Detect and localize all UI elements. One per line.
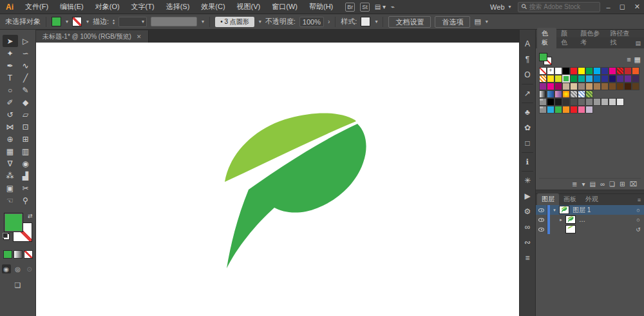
swatch[interactable] xyxy=(578,83,585,90)
swatch[interactable] xyxy=(616,75,624,83)
swatch[interactable] xyxy=(570,67,578,75)
swatch[interactable] xyxy=(570,98,578,106)
paintbrush-tool[interactable]: ✎ xyxy=(18,84,33,96)
image-trace-panel-icon[interactable]: □ xyxy=(520,135,535,151)
none-button[interactable] xyxy=(24,250,33,259)
swatch[interactable] xyxy=(554,83,562,90)
swatch-pattern[interactable] xyxy=(539,75,547,83)
variable-width-profile-select[interactable] xyxy=(151,17,197,26)
arrange-documents-icon[interactable]: ▤ ▾ xyxy=(375,3,386,10)
layer-thumbnail[interactable] xyxy=(559,206,569,214)
symbols-panel-icon[interactable]: ♣ xyxy=(520,104,535,120)
swatch[interactable] xyxy=(601,98,609,106)
list-view-icon[interactable]: ≡ xyxy=(627,55,630,64)
swatch[interactable] xyxy=(547,75,554,83)
fill-stroke-indicator[interactable] xyxy=(539,53,553,66)
layer-name[interactable]: 图层 1 xyxy=(573,206,632,215)
blend-tool[interactable]: ◉ xyxy=(18,157,33,170)
swatch[interactable] xyxy=(547,83,554,90)
layer-thumbnail[interactable] xyxy=(565,225,576,233)
swatch[interactable] xyxy=(593,83,601,90)
tab-路径查找[interactable]: 路径查找 xyxy=(605,28,635,48)
eraser-tool[interactable]: ◆ xyxy=(18,96,33,108)
selection-tool[interactable]: ➤ xyxy=(3,35,18,47)
zoom-tool[interactable]: ⚲ xyxy=(18,194,33,206)
swatch[interactable] xyxy=(562,83,570,90)
swatch[interactable] xyxy=(593,75,601,83)
brush-definition-select[interactable]: • 3 点圆形 xyxy=(215,17,254,27)
pen-tool[interactable]: ✒ xyxy=(3,59,18,72)
swatch[interactable] xyxy=(585,83,593,90)
swatch-gradient[interactable] xyxy=(547,90,554,98)
add-to-library-icon[interactable]: ∞ xyxy=(600,181,605,188)
rotate-tool[interactable]: ↺ xyxy=(3,108,18,121)
swatch[interactable] xyxy=(554,75,562,83)
stroke-weight-stepper[interactable]: ▴▾ xyxy=(113,19,115,25)
curvature-tool[interactable]: ∿ xyxy=(18,59,33,72)
graph-tool[interactable]: ▟ xyxy=(18,170,33,182)
artboard-tool[interactable]: ▣ xyxy=(3,182,18,194)
transparency-panel-icon[interactable]: ✳ xyxy=(520,173,535,188)
swatch[interactable] xyxy=(578,67,585,75)
swatch[interactable] xyxy=(624,67,632,75)
eyedropper-tool[interactable]: ∇ xyxy=(3,157,18,170)
swatch-pattern[interactable] xyxy=(578,90,585,98)
swatch[interactable] xyxy=(570,83,578,90)
menu-item-4[interactable]: 选择(S) xyxy=(160,0,196,14)
pencil-tool[interactable]: ✐ xyxy=(3,96,18,108)
tab-颜色参考[interactable]: 颜色参考 xyxy=(576,28,605,48)
character-panel-icon[interactable]: A xyxy=(520,36,535,52)
swatch[interactable] xyxy=(601,67,609,75)
chevron-down-icon[interactable]: ▾ xyxy=(375,19,377,25)
swatch[interactable] xyxy=(562,67,570,75)
draw-normal-mode-icon[interactable]: ◉ xyxy=(2,264,11,273)
new-color-group-icon[interactable]: ❏ xyxy=(609,181,615,188)
gpu-performance-icon[interactable]: ⌁ xyxy=(391,3,395,10)
swatch[interactable] xyxy=(632,67,639,75)
opacity-panel-arrow[interactable]: › xyxy=(328,18,330,25)
layer-row[interactable]: ↺ xyxy=(536,224,644,234)
stock-search-box[interactable]: ⚲ xyxy=(518,2,600,12)
tab-画板[interactable]: 画板 xyxy=(559,193,581,205)
paragraph-panel-icon[interactable]: ¶ xyxy=(520,52,535,67)
layer-target-icon[interactable]: ○ xyxy=(632,217,644,223)
swatch[interactable] xyxy=(601,83,609,90)
menu-item-3[interactable]: 文字(T) xyxy=(126,0,160,14)
visibility-toggle[interactable] xyxy=(536,205,547,215)
chevron-down-icon[interactable]: ▾ xyxy=(486,19,488,25)
fill-color-control[interactable] xyxy=(52,17,61,26)
swatch[interactable] xyxy=(578,98,585,106)
opentype-panel-icon[interactable]: O xyxy=(520,67,535,83)
swatch[interactable] xyxy=(554,106,562,114)
tab-色板[interactable]: 色板 xyxy=(537,28,556,48)
color-button[interactable] xyxy=(3,250,12,259)
chevron-down-icon[interactable]: ▾ xyxy=(86,19,89,25)
ellipse-tool[interactable]: ○ xyxy=(3,84,18,96)
swatch[interactable] xyxy=(578,106,585,114)
expander-icon[interactable]: ▾ xyxy=(550,208,559,213)
bridge-icon[interactable]: Br xyxy=(345,3,355,12)
swatch[interactable] xyxy=(616,98,624,106)
graphic-style-swatch[interactable] xyxy=(361,17,370,26)
swatch[interactable] xyxy=(562,98,570,106)
gradient-tool[interactable]: ▥ xyxy=(18,145,33,157)
tab-外观[interactable]: 外观 xyxy=(581,193,603,205)
delete-swatch-icon[interactable]: ⌧ xyxy=(629,181,637,188)
layer-row[interactable]: ▾图层 1○ xyxy=(536,205,644,215)
hand-tool[interactable]: ☜ xyxy=(3,194,18,206)
search-input[interactable] xyxy=(529,3,594,10)
layer-target-icon[interactable]: ○ xyxy=(632,207,644,213)
default-fill-stroke-icon[interactable] xyxy=(3,233,10,240)
scale-tool[interactable]: ▱ xyxy=(18,108,33,121)
layer-thumbnail[interactable] xyxy=(565,215,576,224)
links-panel-icon[interactable]: ∾ xyxy=(520,235,535,250)
preferences-button[interactable]: 首选项 xyxy=(435,16,470,28)
swatch[interactable] xyxy=(609,98,616,106)
swatch[interactable] xyxy=(601,75,609,83)
close-icon[interactable]: ✕ xyxy=(137,34,142,40)
chevron-down-icon[interactable]: ▾ xyxy=(66,19,68,25)
expander-icon[interactable]: ▸ xyxy=(556,217,565,222)
stroke-color-control[interactable] xyxy=(72,17,82,26)
free-transform-tool[interactable]: ⊡ xyxy=(18,121,33,133)
line-segment-tool[interactable]: ╱ xyxy=(18,72,33,84)
